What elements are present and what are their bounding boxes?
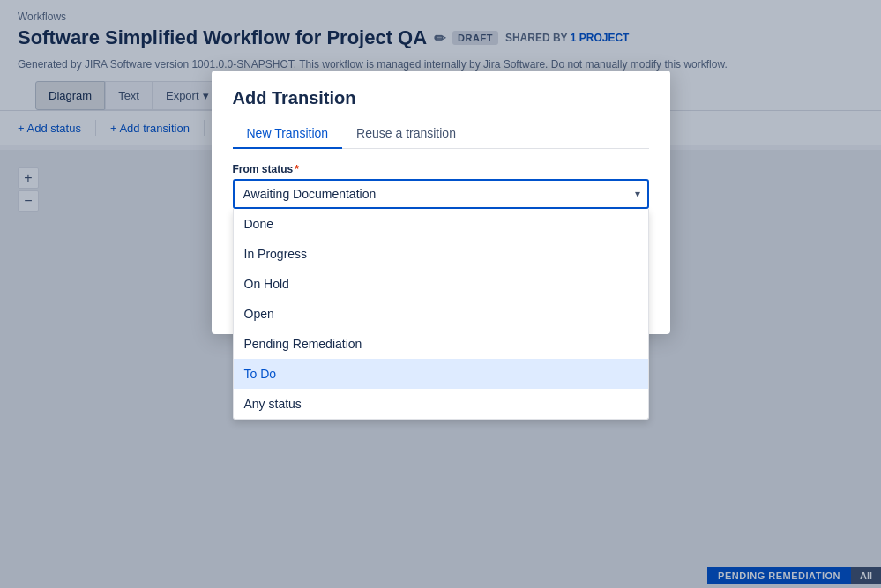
add-transition-modal: Add Transition New Transition Reuse a tr…: [212, 71, 670, 334]
option-pending-remediation[interactable]: Pending Remediation: [234, 329, 648, 359]
option-in-progress[interactable]: In Progress: [234, 239, 648, 269]
option-to-do[interactable]: To Do: [234, 359, 648, 389]
from-status-label: From status *: [233, 163, 649, 175]
modal-body: From status * Awaiting Documentation ▾ D…: [212, 149, 670, 278]
modal-tabs: New Transition Reuse a transition: [233, 119, 649, 149]
tab-reuse-transition[interactable]: Reuse a transition: [342, 119, 470, 149]
required-marker: *: [295, 163, 299, 175]
option-done[interactable]: Done: [234, 209, 648, 239]
from-status-select[interactable]: Awaiting Documentation: [233, 179, 649, 209]
modal-overlay: Add Transition New Transition Reuse a tr…: [0, 0, 881, 588]
tab-new-transition[interactable]: New Transition: [233, 119, 343, 149]
option-open[interactable]: Open: [234, 299, 648, 329]
modal-title: Add Transition: [233, 88, 649, 108]
modal-header: Add Transition New Transition Reuse a tr…: [212, 71, 670, 149]
option-any-status[interactable]: Any status: [234, 389, 648, 419]
option-on-hold[interactable]: On Hold: [234, 269, 648, 299]
from-status-wrapper: Awaiting Documentation ▾ Done In Progres…: [233, 179, 649, 209]
from-status-dropdown: Done In Progress On Hold Open Pending Re…: [233, 209, 649, 420]
